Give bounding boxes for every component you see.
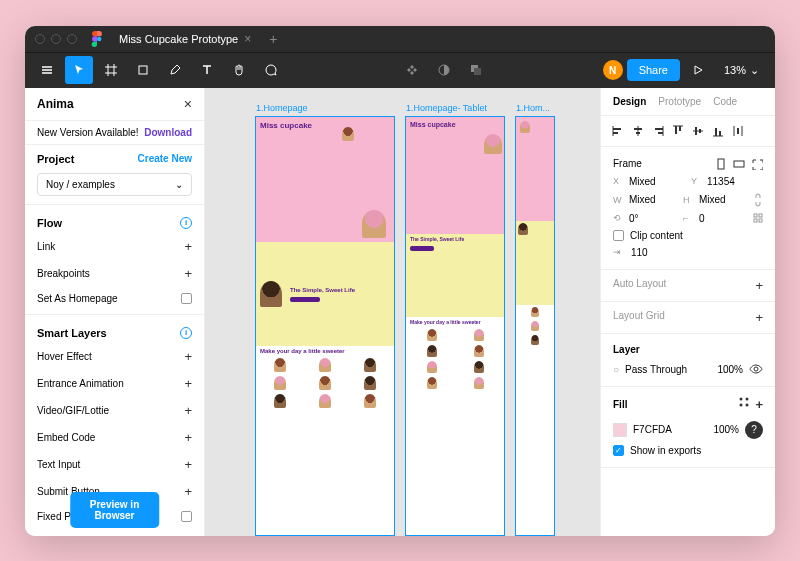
list-item[interactable]: Embed Code+: [25, 424, 204, 451]
add-auto-layout-icon[interactable]: +: [755, 278, 763, 293]
artboard-label[interactable]: 1.Homepage: [256, 103, 308, 113]
svg-rect-39: [754, 219, 757, 222]
clip-content-checkbox[interactable]: [613, 230, 624, 241]
orientation-portrait-icon[interactable]: [715, 158, 727, 170]
zoom-control[interactable]: 13%⌄: [716, 64, 767, 77]
w-input[interactable]: Mixed: [629, 194, 656, 205]
add-icon[interactable]: +: [184, 457, 192, 472]
add-fill-icon[interactable]: +: [755, 397, 763, 412]
orientation-landscape-icon[interactable]: [733, 158, 745, 170]
list-item-label: Text Input: [37, 459, 80, 470]
layer-opacity[interactable]: 100%: [717, 364, 743, 375]
add-icon[interactable]: +: [184, 484, 192, 499]
close-icon[interactable]: ×: [244, 32, 251, 46]
constrain-icon[interactable]: [753, 193, 763, 207]
list-item[interactable]: Video/GIF/Lottie+: [25, 397, 204, 424]
figma-logo-icon: [91, 31, 103, 47]
spacing-input[interactable]: 110: [631, 247, 648, 258]
mask-tool[interactable]: [430, 56, 458, 84]
artboard-tablet[interactable]: 1.Homepage- Tablet Miss cupcake The Simp…: [405, 116, 505, 536]
component-tool[interactable]: [398, 56, 426, 84]
blend-mode[interactable]: Pass Through: [625, 364, 711, 375]
present-button[interactable]: [684, 56, 712, 84]
fill-opacity[interactable]: 100%: [713, 424, 739, 435]
add-icon[interactable]: +: [184, 376, 192, 391]
independent-corners-icon[interactable]: [753, 213, 763, 223]
create-new-link[interactable]: Create New: [138, 153, 192, 164]
align-left-icon[interactable]: [609, 122, 627, 140]
text-tool[interactable]: [193, 56, 221, 84]
toolbar: N Share 13%⌄: [25, 52, 775, 88]
checkbox[interactable]: [181, 511, 192, 522]
list-item[interactable]: Hover Effect+: [25, 343, 204, 370]
x-input[interactable]: Mixed: [629, 176, 656, 187]
add-layout-grid-icon[interactable]: +: [755, 310, 763, 325]
tab-code[interactable]: Code: [713, 96, 737, 107]
svg-rect-13: [474, 68, 481, 75]
list-item[interactable]: Link+: [25, 233, 204, 260]
canvas[interactable]: 1.Homepage Miss cupcake The Simple, Swee…: [205, 88, 600, 536]
menu-button[interactable]: [33, 56, 61, 84]
resize-fit-icon[interactable]: [751, 158, 763, 170]
list-item-label: Video/GIF/Lottie: [37, 405, 109, 416]
traffic-max[interactable]: [67, 34, 77, 44]
list-item[interactable]: Entrance Animation+: [25, 370, 204, 397]
fill-swatch[interactable]: [613, 423, 627, 437]
tab-design[interactable]: Design: [613, 96, 646, 107]
tab-prototype[interactable]: Prototype: [658, 96, 701, 107]
list-item-label: Hover Effect: [37, 351, 92, 362]
checkbox[interactable]: [181, 293, 192, 304]
artboard-desktop[interactable]: 1.Homepage Miss cupcake The Simple, Swee…: [255, 116, 395, 536]
radius-input[interactable]: 0: [699, 213, 705, 224]
add-icon[interactable]: +: [184, 403, 192, 418]
align-vcenter-icon[interactable]: [689, 122, 707, 140]
rotation-input[interactable]: 0°: [629, 213, 639, 224]
list-item[interactable]: Set As Homepage: [25, 287, 204, 310]
list-item[interactable]: Text Input+: [25, 451, 204, 478]
align-top-icon[interactable]: [669, 122, 687, 140]
shape-tool[interactable]: [129, 56, 157, 84]
visibility-icon[interactable]: [749, 364, 763, 374]
traffic-close[interactable]: [35, 34, 45, 44]
fill-hex[interactable]: F7CFDA: [633, 424, 672, 435]
main-area: Anima × New Version Available! Download …: [25, 88, 775, 536]
info-icon[interactable]: i: [180, 217, 192, 229]
move-tool[interactable]: [65, 56, 93, 84]
hand-tool[interactable]: [225, 56, 253, 84]
user-avatar[interactable]: N: [603, 60, 623, 80]
list-item[interactable]: Breakpoints+: [25, 260, 204, 287]
frame-tool[interactable]: [97, 56, 125, 84]
add-icon[interactable]: +: [184, 430, 192, 445]
traffic-min[interactable]: [51, 34, 61, 44]
artboard-label[interactable]: 1.Hom...: [516, 103, 550, 113]
download-link[interactable]: Download: [144, 127, 192, 138]
add-tab-icon[interactable]: +: [269, 31, 277, 47]
align-bottom-icon[interactable]: [709, 122, 727, 140]
preview-browser-button[interactable]: Preview in Browser: [70, 492, 160, 528]
align-right-icon[interactable]: [649, 122, 667, 140]
add-icon[interactable]: +: [184, 266, 192, 281]
artboard-mobile[interactable]: 1.Hom...: [515, 116, 555, 536]
pen-tool[interactable]: [161, 56, 189, 84]
help-icon[interactable]: ?: [745, 421, 763, 439]
h-input[interactable]: Mixed: [699, 194, 726, 205]
project-dropdown[interactable]: Noy / examples ⌄: [37, 173, 192, 196]
add-icon[interactable]: +: [184, 349, 192, 364]
file-tab[interactable]: Miss Cupcake Prototype ×: [109, 28, 261, 50]
chevron-down-icon: ⌄: [175, 179, 183, 190]
add-icon[interactable]: +: [184, 239, 192, 254]
info-icon[interactable]: i: [180, 327, 192, 339]
chevron-down-icon: ⌄: [750, 64, 759, 77]
close-panel-icon[interactable]: ×: [184, 96, 192, 112]
style-icon[interactable]: [739, 397, 749, 407]
boolean-tool[interactable]: [462, 56, 490, 84]
y-input[interactable]: 11354: [707, 176, 735, 187]
comment-tool[interactable]: [257, 56, 285, 84]
align-hcenter-icon[interactable]: [629, 122, 647, 140]
show-exports-checkbox[interactable]: [613, 445, 624, 456]
list-item-label: Entrance Animation: [37, 378, 124, 389]
distribute-icon[interactable]: [729, 122, 747, 140]
svg-rect-37: [754, 214, 757, 217]
artboard-label[interactable]: 1.Homepage- Tablet: [406, 103, 487, 113]
share-button[interactable]: Share: [627, 59, 680, 81]
